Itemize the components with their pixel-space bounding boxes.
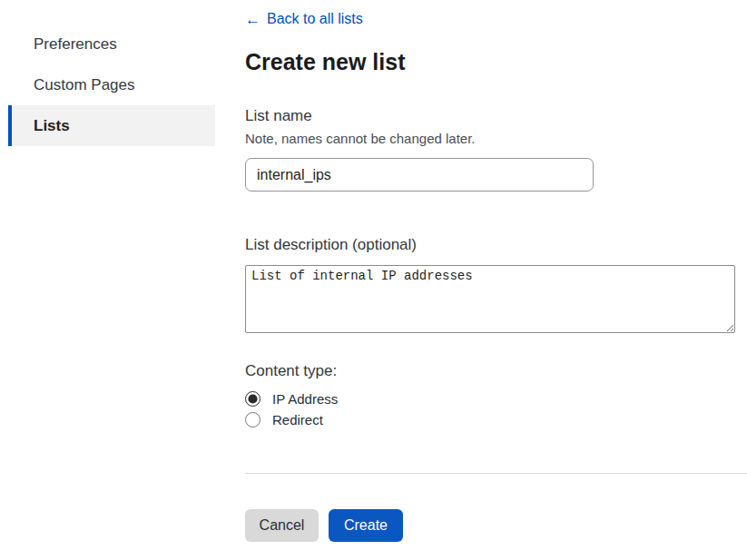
- radio-option-redirect[interactable]: Redirect: [245, 409, 338, 430]
- sidebar-item-label: Lists: [34, 117, 70, 135]
- list-name-label: List name: [245, 107, 312, 125]
- list-name-note: Note, names cannot be changed later.: [245, 131, 476, 146]
- settings-sidebar: Preferences Custom Pages Lists: [8, 24, 215, 146]
- form-actions: Cancel Create: [245, 509, 403, 542]
- divider: [245, 473, 747, 474]
- radio-option-ip-address[interactable]: IP Address: [245, 388, 338, 409]
- back-to-all-lists-link[interactable]: ← Back to all lists: [245, 11, 363, 27]
- create-list-panel: ← Back to all lists Create new list List…: [245, 0, 747, 560]
- page-title: Create new list: [245, 49, 405, 75]
- sidebar-item-preferences[interactable]: Preferences: [8, 24, 215, 64]
- sidebar-item-label: Preferences: [34, 35, 117, 54]
- sidebar-item-custom-pages[interactable]: Custom Pages: [8, 64, 215, 105]
- content-type-radio-group: IP Address Redirect: [245, 388, 338, 430]
- back-link-label: Back to all lists: [267, 11, 363, 27]
- list-name-input[interactable]: [245, 158, 594, 192]
- sidebar-item-label: Custom Pages: [34, 76, 135, 94]
- radio-option-label: Redirect: [272, 412, 323, 427]
- create-button[interactable]: Create: [329, 509, 403, 542]
- redirect-radio[interactable]: [245, 412, 260, 427]
- radio-option-label: IP Address: [272, 391, 338, 407]
- sidebar-item-lists[interactable]: Lists: [8, 105, 215, 146]
- ip-address-radio[interactable]: [245, 391, 260, 407]
- list-description-textarea[interactable]: List of internal IP addresses: [245, 265, 735, 333]
- content-type-label: Content type:: [245, 362, 337, 380]
- cancel-button[interactable]: Cancel: [245, 509, 319, 542]
- left-arrow-icon: ←: [245, 12, 260, 27]
- list-description-label: List description (optional): [245, 236, 417, 254]
